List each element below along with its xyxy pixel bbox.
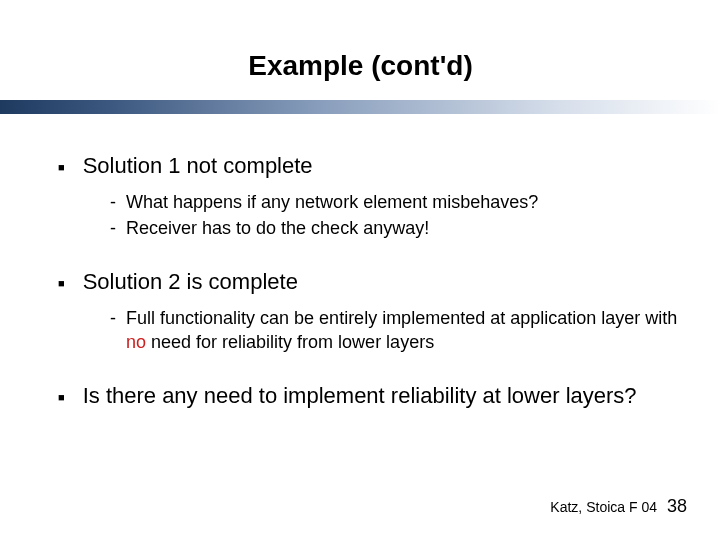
bullet-2: ■ Solution 2 is complete — [58, 268, 681, 296]
dash-icon: - — [110, 216, 116, 240]
bullet-1-text: Solution 1 not complete — [83, 152, 313, 180]
bullet-1: ■ Solution 1 not complete — [58, 152, 681, 180]
sub-bullet: - Full functionality can be entirely imp… — [110, 306, 681, 355]
square-bullet-icon: ■ — [58, 391, 65, 405]
sub-bullet-text: What happens if any network element misb… — [126, 190, 538, 214]
slide: Example (cont'd) ■ Solution 1 not comple… — [0, 0, 721, 541]
dash-icon: - — [110, 306, 116, 330]
dash-icon: - — [110, 190, 116, 214]
bullet-3-text: Is there any need to implement reliabili… — [83, 382, 637, 410]
square-bullet-icon: ■ — [58, 277, 65, 291]
divider-bar — [0, 100, 721, 114]
sub-bullet: - Receiver has to do the check anyway! — [110, 216, 681, 240]
sub-bullet-text: Receiver has to do the check anyway! — [126, 216, 429, 240]
sub-text-after: need for reliability from lower layers — [146, 332, 434, 352]
bullet-2-text: Solution 2 is complete — [83, 268, 298, 296]
footer-credit: Katz, Stoica F 04 — [550, 499, 657, 515]
square-bullet-icon: ■ — [58, 161, 65, 175]
bullet-3: ■ Is there any need to implement reliabi… — [58, 382, 681, 410]
page-number: 38 — [667, 496, 687, 517]
content-area: ■ Solution 1 not complete - What happens… — [0, 114, 721, 410]
sub-text-before: Full functionality can be entirely imple… — [126, 308, 677, 328]
bullet-1-sublist: - What happens if any network element mi… — [110, 190, 681, 241]
bullet-2-sublist: - Full functionality can be entirely imp… — [110, 306, 681, 355]
footer: Katz, Stoica F 04 38 — [550, 496, 687, 517]
sub-bullet: - What happens if any network element mi… — [110, 190, 681, 214]
sub-text-highlight: no — [126, 332, 146, 352]
slide-title: Example (cont'd) — [0, 0, 721, 100]
sub-bullet-text: Full functionality can be entirely imple… — [126, 306, 681, 355]
